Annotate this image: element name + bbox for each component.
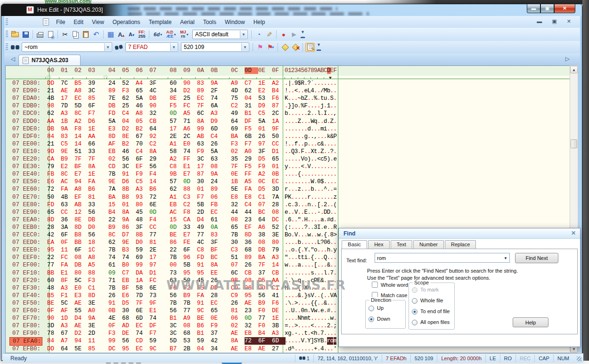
hex-byte[interactable]: FC [61,254,74,261]
ascii-char[interactable]: { [311,254,314,261]
ascii-char[interactable]: l [324,269,327,277]
hex-byte[interactable]: F6 [272,299,286,307]
ascii-char[interactable]: . [298,231,301,239]
ascii-char[interactable]: . [330,239,334,246]
hex-byte[interactable]: B8 [74,231,88,239]
hex-byte[interactable]: 50 [272,133,286,140]
ascii-char[interactable]: . [304,148,307,155]
ascii-char[interactable]: . [324,148,327,155]
hex-byte[interactable]: 01 [272,163,286,170]
ascii-char[interactable]: . [301,140,304,148]
hex-byte[interactable]: 08 [272,209,286,216]
hex-byte[interactable]: 1E [88,170,102,178]
hex-byte[interactable]: 9A [122,216,136,224]
hex-byte[interactable]: A3 [272,254,286,261]
hex-byte[interactable]: 5C [74,277,88,284]
hex-byte[interactable]: 83 [211,231,224,239]
hex-byte[interactable]: 07 [258,201,272,209]
hex-byte[interactable]: 3E [272,231,286,239]
hex-byte[interactable]: A0 [88,307,102,315]
hex-byte[interactable]: 89 [211,186,224,193]
ascii-char[interactable]: . [288,261,291,269]
hex-byte[interactable]: BB [74,239,88,246]
hex-byte[interactable]: 84 [47,337,61,345]
hex-byte[interactable]: 05 [136,118,149,125]
ascii-char[interactable]: . [320,118,324,125]
record-macro-icon[interactable]: ● [279,30,288,39]
hex-byte[interactable]: 1E [258,80,272,87]
ascii-char[interactable]: e [334,155,337,163]
hex-byte[interactable]: 04 [197,345,211,353]
hex-byte[interactable]: 53 [183,337,197,345]
find-tab-text[interactable]: Text [391,240,412,249]
ascii-char[interactable]: . [298,330,301,337]
hex-byte[interactable]: 6B [245,133,258,140]
ascii-char[interactable]: I [324,110,327,117]
ascii-char[interactable]: . [324,194,327,201]
hex-byte[interactable]: A2 [258,170,272,178]
ascii-char[interactable]: H [304,216,307,224]
hex-byte[interactable]: 56 [170,292,183,299]
hex-byte[interactable]: 36 [245,239,258,246]
hex-byte[interactable]: 4C [197,239,211,246]
hex-byte[interactable]: C3 [183,194,197,201]
hex-byte[interactable]: 39 [88,80,102,87]
find-text-combobox[interactable]: rom ▼ [375,253,510,263]
ascii-char[interactable]: . [291,125,294,133]
title-bar[interactable]: Hex Edit - [N73JQAS.203] ▬ ▣ ✕ [1,4,582,16]
ascii-char[interactable]: . [334,178,337,186]
ascii-char[interactable]: . [327,163,330,170]
ascii-char[interactable]: . [301,299,304,307]
ascii-char[interactable]: . [288,110,291,117]
hex-byte[interactable]: 32 [231,201,245,209]
ascii-char[interactable]: . [298,201,301,209]
ascii-char[interactable]: . [288,155,291,163]
ascii-char[interactable]: . [298,110,301,117]
hex-byte[interactable]: FB [211,201,224,209]
hex-byte[interactable]: 80 [74,269,88,277]
ascii-char[interactable]: . [320,224,324,231]
hex-byte[interactable]: F7 [88,110,102,117]
ascii-char[interactable]: { [298,246,301,254]
ascii-char[interactable]: . [307,345,311,353]
hex-byte[interactable]: 4B [47,95,61,102]
hex-byte[interactable]: 3C [122,163,136,170]
ascii-char[interactable]: . [301,239,304,246]
hex-byte[interactable]: 85 [88,345,102,353]
hex-byte[interactable]: 61 [108,261,122,269]
ascii-char[interactable]: . [330,80,334,87]
hex-byte[interactable]: 1E [88,125,102,133]
ascii-char[interactable]: V [311,292,314,299]
maximize-button[interactable]: ▣ [540,4,554,13]
ascii-char[interactable]: 3 [294,148,298,155]
ascii-char[interactable]: . [314,254,317,261]
hex-byte[interactable]: 01 [122,201,136,209]
hex-byte[interactable]: C1 [258,194,272,201]
hex-byte[interactable]: 7B [170,254,183,261]
hex-byte[interactable]: C8 [197,246,211,254]
ascii-char[interactable]: . [334,330,337,337]
scrollbar-thumb[interactable] [571,139,577,148]
hex-byte[interactable]: C5 [61,140,74,148]
ascii-char[interactable]: . [314,239,317,246]
hex-byte[interactable]: 6D [136,315,149,322]
hex-byte[interactable]: 41 [272,292,286,299]
ascii-char[interactable]: . [327,254,330,261]
hex-byte[interactable]: EC [272,178,286,186]
ascii-char[interactable]: . [327,148,330,155]
ascii-char[interactable]: . [291,178,294,186]
ascii-char[interactable]: . [317,307,320,315]
hex-byte[interactable]: C2 [183,201,197,209]
hex-byte[interactable]: F0 [258,307,272,315]
ascii-char[interactable]: W [311,118,314,125]
hex-byte[interactable]: B9 [258,299,272,307]
ascii-char[interactable]: . [330,246,334,254]
hex-byte[interactable]: AA [272,277,286,284]
ascii-char[interactable]: . [288,178,291,186]
hex-byte[interactable]: 83 [197,80,211,87]
hex-byte[interactable]: E6 [122,292,136,299]
hex-byte[interactable]: EF [136,163,149,170]
hex-byte[interactable]: B4 [108,209,122,216]
ascii-char[interactable]: d [307,125,311,133]
ascii-char[interactable]: . [294,125,298,133]
